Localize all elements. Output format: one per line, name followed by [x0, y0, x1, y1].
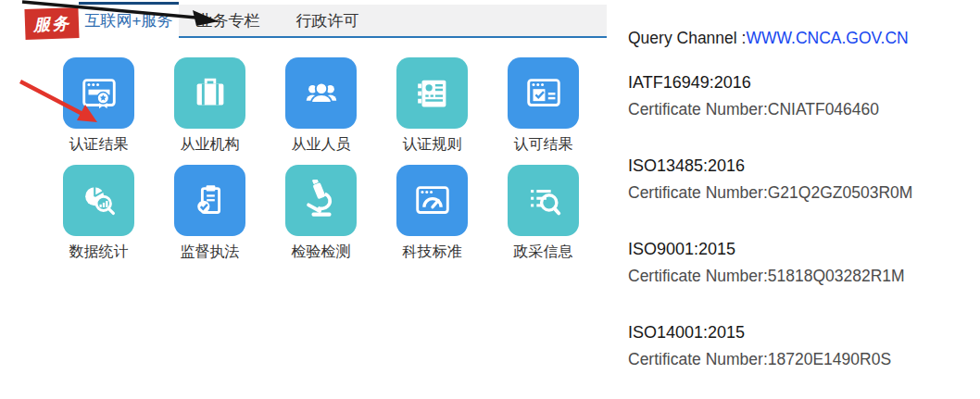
- grid-item-label: 从业机构: [174, 135, 245, 153]
- certificate-number-label: Certificate Number:: [628, 100, 768, 118]
- certificate-number-label: Certificate Number:: [628, 267, 768, 285]
- briefcase-icon: [174, 57, 245, 129]
- certificate-standard: ISO13485:2016: [628, 156, 971, 176]
- tab-internet-services[interactable]: 互联网+服务: [79, 2, 179, 38]
- certificate-standard: ISO14001:2015: [628, 322, 971, 343]
- grid-item-practicing-institutions[interactable]: 从业机构: [174, 57, 245, 153]
- rulebook-icon: [396, 57, 468, 129]
- tabbar-filler: [377, 5, 607, 36]
- grid-item-certification-rules[interactable]: 认证规则: [396, 57, 468, 153]
- grid-item-label: 从业人员: [285, 135, 357, 153]
- certificate-number-value: CNIATF046460: [768, 100, 879, 118]
- certificate-number-value: G21Q2GZ0503R0M: [768, 183, 913, 202]
- certificate-query-panel: Query Channel :WWW.CNCA.GOV.CN IATF16949…: [628, 28, 971, 399]
- checklist-window-icon: [508, 57, 579, 129]
- tab-business-column[interactable]: 业务专栏: [179, 5, 278, 38]
- certificate-number-value: 51818Q03282R1M: [768, 267, 905, 285]
- certificate-standard: IATF16949:2016: [628, 72, 971, 93]
- grid-item-label: 认可结果: [508, 135, 579, 153]
- grid-item-procurement-info[interactable]: 政采信息: [508, 165, 579, 260]
- query-channel-link[interactable]: WWW.CNCA.GOV.CN: [746, 29, 908, 47]
- list-search-icon: [508, 165, 579, 236]
- certificate-standard: ISO9001:2015: [628, 239, 971, 259]
- certificate-number-value: 18720E1490R0S: [768, 350, 891, 368]
- services-tabbar: 互联网+服务 业务专栏 行政许可: [79, 5, 607, 38]
- grid-item-data-statistics[interactable]: 数据统计: [63, 165, 134, 260]
- grid-item-label: 政采信息: [508, 243, 579, 260]
- clipboard-check-icon: [174, 165, 245, 236]
- people-group-icon: [285, 57, 357, 129]
- tab-administrative-license[interactable]: 行政许可: [278, 5, 377, 38]
- grid-item-label: 科技标准: [396, 243, 468, 260]
- certificate-entry: ISO13485:2016 Certificate Number:G21Q2GZ…: [628, 156, 971, 203]
- grid-item-accreditation-results[interactable]: 认可结果: [508, 57, 579, 153]
- certificate-number-label: Certificate Number:: [628, 183, 768, 202]
- grid-item-label: 检验检测: [285, 243, 357, 260]
- certificate-window-icon: [63, 57, 134, 129]
- grid-item-label: 数据统计: [63, 243, 134, 260]
- grid-item-label: 认证结果: [63, 135, 134, 153]
- grid-item-inspection-testing[interactable]: 检验检测: [285, 165, 357, 260]
- certificate-number-line: Certificate Number:51818Q03282R1M: [628, 266, 971, 286]
- grid-item-label: 监督执法: [174, 243, 245, 260]
- certificate-entry: ISO9001:2015 Certificate Number:51818Q03…: [628, 239, 971, 286]
- query-channel-line: Query Channel :WWW.CNCA.GOV.CN: [628, 28, 971, 48]
- service-badge: 服务: [24, 7, 79, 40]
- certificate-entry: IATF16949:2016 Certificate Number:CNIATF…: [628, 72, 971, 119]
- certificate-number-label: Certificate Number:: [628, 350, 768, 368]
- certificate-entry: ISO14001:2015 Certificate Number:18720E1…: [628, 322, 971, 369]
- grid-item-label: 认证规则: [396, 135, 468, 153]
- query-channel-label: Query Channel :: [628, 29, 746, 47]
- certificate-number-line: Certificate Number:18720E1490R0S: [628, 349, 971, 369]
- gauge-window-icon: [396, 165, 468, 236]
- grid-item-supervision-enforcement[interactable]: 监督执法: [174, 165, 245, 260]
- cnca-services-page: 互联网+服务 业务专栏 行政许可 服务 认证结果: [0, 0, 980, 399]
- pie-chart-magnifier-icon: [63, 165, 134, 236]
- grid-item-technology-standards[interactable]: 科技标准: [396, 165, 468, 260]
- services-grid: 认证结果 从业机构: [63, 57, 579, 260]
- certificate-number-line: Certificate Number:G21Q2GZ0503R0M: [628, 182, 971, 203]
- grid-item-certification-results[interactable]: 认证结果: [63, 57, 134, 153]
- certificate-number-line: Certificate Number:CNIATF046460: [628, 99, 971, 119]
- grid-item-practitioners[interactable]: 从业人员: [285, 57, 357, 153]
- microscope-icon: [285, 165, 357, 236]
